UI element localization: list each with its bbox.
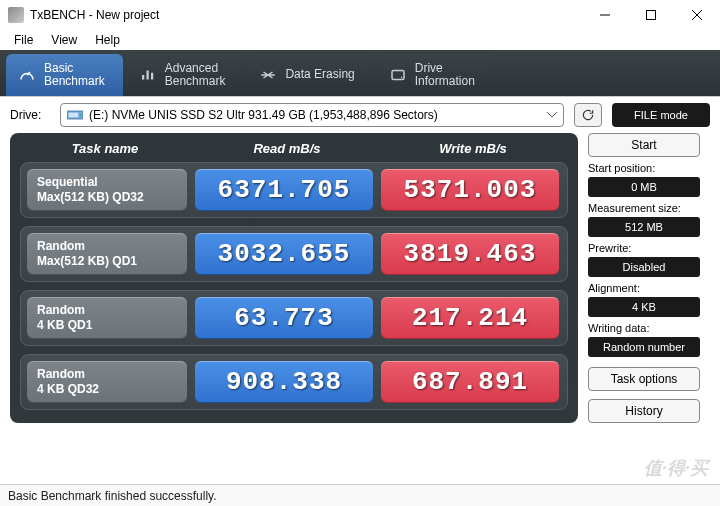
write-value: 217.214 bbox=[381, 297, 559, 339]
col-header-write: Write mB/s bbox=[384, 141, 562, 156]
tab-data-erasing[interactable]: Data Erasing bbox=[247, 54, 372, 96]
read-value: 908.338 bbox=[195, 361, 373, 403]
maximize-button[interactable] bbox=[628, 0, 674, 30]
measurement-size-label: Measurement size: bbox=[588, 202, 700, 214]
prewrite-value[interactable]: Disabled bbox=[588, 257, 700, 277]
start-position-label: Start position: bbox=[588, 162, 700, 174]
chevron-down-icon bbox=[547, 112, 557, 118]
refresh-button[interactable] bbox=[574, 103, 602, 127]
bar-chart-icon bbox=[139, 66, 157, 84]
benchmark-row: Random4 KB QD32 908.338 687.891 bbox=[20, 354, 568, 410]
menu-help[interactable]: Help bbox=[87, 31, 128, 49]
tab-basic-benchmark[interactable]: BasicBenchmark bbox=[6, 54, 123, 96]
benchmark-results-panel: Task name Read mB/s Write mB/s Sequentia… bbox=[10, 133, 578, 423]
task-name: Random4 KB QD1 bbox=[27, 297, 187, 339]
drive-select[interactable]: (E:) NVMe UNIS SSD S2 Ultr 931.49 GB (1,… bbox=[60, 103, 564, 127]
col-header-task: Task name bbox=[20, 141, 190, 156]
col-header-read: Read mB/s bbox=[198, 141, 376, 156]
write-value: 5371.003 bbox=[381, 169, 559, 211]
tab-bar: BasicBenchmark AdvancedBenchmark Data Er… bbox=[0, 50, 720, 96]
status-text: Basic Benchmark finished successfully. bbox=[8, 489, 217, 503]
menu-bar: File View Help bbox=[0, 30, 720, 50]
history-button[interactable]: History bbox=[588, 399, 700, 423]
tab-label: Benchmark bbox=[165, 75, 226, 88]
watermark: 值·得·买 bbox=[644, 456, 708, 480]
writing-data-value[interactable]: Random number bbox=[588, 337, 700, 357]
alignment-value[interactable]: 4 KB bbox=[588, 297, 700, 317]
minimize-button[interactable] bbox=[582, 0, 628, 30]
side-panel: Start Start position: 0 MB Measurement s… bbox=[588, 133, 700, 423]
task-name: RandomMax(512 KB) QD1 bbox=[27, 233, 187, 275]
window-titlebar: TxBENCH - New project bbox=[0, 0, 720, 30]
alignment-label: Alignment: bbox=[588, 282, 700, 294]
write-value: 3819.463 bbox=[381, 233, 559, 275]
svg-rect-4 bbox=[392, 71, 404, 80]
menu-view[interactable]: View bbox=[43, 31, 85, 49]
task-name: SequentialMax(512 KB) QD32 bbox=[27, 169, 187, 211]
app-icon bbox=[8, 7, 24, 23]
benchmark-row: RandomMax(512 KB) QD1 3032.655 3819.463 bbox=[20, 226, 568, 282]
tab-label: Data Erasing bbox=[285, 68, 354, 81]
writing-data-label: Writing data: bbox=[588, 322, 700, 334]
read-value: 3032.655 bbox=[195, 233, 373, 275]
task-name: Random4 KB QD32 bbox=[27, 361, 187, 403]
benchmark-row: Random4 KB QD1 63.773 217.214 bbox=[20, 290, 568, 346]
start-position-value[interactable]: 0 MB bbox=[588, 177, 700, 197]
benchmark-row: SequentialMax(512 KB) QD32 6371.705 5371… bbox=[20, 162, 568, 218]
svg-rect-1 bbox=[647, 11, 656, 20]
svg-point-8 bbox=[80, 114, 82, 116]
start-button[interactable]: Start bbox=[588, 133, 700, 157]
eraser-icon bbox=[259, 66, 277, 84]
menu-file[interactable]: File bbox=[6, 31, 41, 49]
status-bar: Basic Benchmark finished successfully. bbox=[0, 484, 720, 506]
write-value: 687.891 bbox=[381, 361, 559, 403]
tab-drive-information[interactable]: DriveInformation bbox=[377, 54, 493, 96]
drive-icon bbox=[389, 66, 407, 84]
drive-selector-row: Drive: (E:) NVMe UNIS SSD S2 Ultr 931.49… bbox=[0, 96, 720, 133]
close-button[interactable] bbox=[674, 0, 720, 30]
read-value: 6371.705 bbox=[195, 169, 373, 211]
refresh-icon bbox=[581, 108, 595, 122]
tab-label: Benchmark bbox=[44, 75, 105, 88]
window-title: TxBENCH - New project bbox=[30, 8, 159, 22]
hdd-icon bbox=[67, 109, 83, 121]
svg-rect-7 bbox=[69, 113, 79, 118]
drive-value: (E:) NVMe UNIS SSD S2 Ultr 931.49 GB (1,… bbox=[89, 108, 438, 122]
gauge-icon bbox=[18, 66, 36, 84]
tab-label: Information bbox=[415, 75, 475, 88]
read-value: 63.773 bbox=[195, 297, 373, 339]
svg-point-5 bbox=[401, 77, 403, 79]
prewrite-label: Prewrite: bbox=[588, 242, 700, 254]
measurement-size-value[interactable]: 512 MB bbox=[588, 217, 700, 237]
drive-label: Drive: bbox=[10, 108, 50, 122]
file-mode-button[interactable]: FILE mode bbox=[612, 103, 710, 127]
task-options-button[interactable]: Task options bbox=[588, 367, 700, 391]
tab-advanced-benchmark[interactable]: AdvancedBenchmark bbox=[127, 54, 244, 96]
